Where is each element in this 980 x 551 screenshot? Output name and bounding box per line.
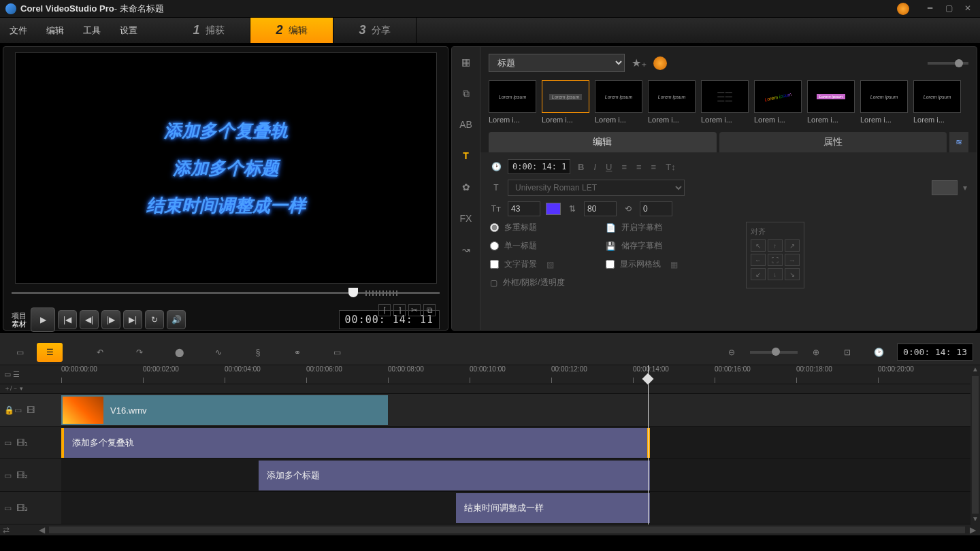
zoom-in-button[interactable]: ⊕ <box>803 343 829 362</box>
volume-button[interactable]: 🔊 <box>167 310 186 329</box>
align-left-button[interactable]: ≡ <box>619 162 629 172</box>
track-header-controls[interactable]: ▭ ☰ <box>0 365 61 384</box>
overlay-track-3[interactable]: 结束时间调整成一样 <box>61 492 970 524</box>
fit-project-button[interactable]: ⊡ <box>834 343 860 362</box>
outline-shadow-button[interactable]: ▢外框/阴影/透明度 <box>490 277 565 288</box>
font-select[interactable]: University Roman LET <box>508 180 685 196</box>
panel-grip[interactable] <box>0 334 980 339</box>
mode-label[interactable]: 项目素材 <box>12 312 27 328</box>
title-preset[interactable]: Lorem ipsumLorem i... <box>542 80 589 124</box>
step-edit[interactable]: 2编辑 <box>250 18 333 43</box>
filter-tab-icon[interactable]: FX <box>457 209 476 228</box>
go-end-button[interactable]: ▶| <box>123 310 142 329</box>
title-clip-2[interactable]: 添加多个标题 <box>259 461 650 490</box>
title-tab-icon[interactable]: T <box>457 146 476 165</box>
overlay-track-1[interactable]: 添加多个复叠轨 <box>61 427 970 459</box>
align-right-button[interactable]: ≡ <box>649 162 659 172</box>
timeline-ruler[interactable]: 00:00:00:00 00:00:02:00 00:00:04:00 00:0… <box>61 365 970 384</box>
save-subtitle-button[interactable]: 💾储存字幕档 <box>606 240 678 252</box>
guide-ball-icon[interactable] <box>653 56 667 70</box>
tab-edit[interactable]: 编辑 <box>489 132 717 152</box>
minimize-button[interactable]: ━ <box>923 3 936 14</box>
redo-button[interactable]: ↷ <box>127 343 152 362</box>
align-center-button[interactable]: ≡ <box>634 162 644 172</box>
prev-frame-button[interactable]: ◀| <box>80 310 99 329</box>
title-preset[interactable]: Lorem ipsumLorem i... <box>489 80 536 124</box>
overlay-track-3-header[interactable]: ▭ 🎞₃ <box>0 492 61 524</box>
play-button[interactable]: ▶ <box>31 307 55 332</box>
repeat-button[interactable]: ↻ <box>145 310 164 329</box>
step-share[interactable]: 3分享 <box>333 18 416 43</box>
go-start-button[interactable]: |◀ <box>58 310 77 329</box>
video-track-header[interactable]: 🔒▭ 🎞 <box>0 394 61 427</box>
step-capture[interactable]: 1捕获 <box>167 18 250 43</box>
align-ml[interactable]: ← <box>751 254 766 266</box>
align-tr[interactable]: ↗ <box>785 239 800 252</box>
align-bl[interactable]: ↙ <box>751 268 766 280</box>
mark-out-button[interactable]: ⌉ <box>393 304 406 316</box>
align-br[interactable]: ↘ <box>785 268 800 280</box>
graphic-tab-icon[interactable]: ✿ <box>457 178 476 197</box>
rotate-field[interactable] <box>640 201 672 216</box>
align-bc[interactable]: ↓ <box>768 268 783 280</box>
path-tab-icon[interactable]: ↝ <box>457 240 476 259</box>
scrub-thumb[interactable] <box>348 288 358 297</box>
align-mc[interactable]: ⛶ <box>768 254 783 266</box>
title-preset[interactable]: Lorem ipsumLorem i... <box>807 80 855 124</box>
single-title-radio[interactable]: 单一标题 <box>490 240 565 252</box>
align-tl[interactable]: ↖ <box>751 239 766 252</box>
timeline-view-button[interactable]: ☰ <box>37 343 63 362</box>
vertical-text-button[interactable]: T↕ <box>664 162 677 172</box>
guide-badge-icon[interactable] <box>897 3 909 15</box>
zoom-slider[interactable] <box>750 351 798 354</box>
text-bg-check[interactable]: 文字背景▧ <box>490 258 565 270</box>
category-select[interactable]: 标题 <box>489 54 625 72</box>
close-button[interactable]: ✕ <box>961 3 975 14</box>
track-manager-button[interactable]: ⚭ <box>284 343 310 362</box>
timeline-hscroll[interactable]: ⇄ ◀▶ <box>0 524 980 535</box>
font-size-field[interactable] <box>508 201 540 216</box>
multi-title-radio[interactable]: 多重标题 <box>490 222 565 233</box>
overlay-track-2-header[interactable]: ▭ 🎞₂ <box>0 459 61 492</box>
overlay-track-2[interactable]: 添加多个标题 <box>61 459 970 492</box>
timeline-timecode[interactable]: 0:00: 14: 13 <box>897 344 973 361</box>
timeline-tracks[interactable]: 00:00:00:00 00:00:02:00 00:00:04:00 00:0… <box>61 365 970 524</box>
chapter-button[interactable]: ▭ <box>324 343 350 362</box>
thumb-size-slider[interactable] <box>928 62 968 65</box>
undo-button[interactable]: ↶ <box>87 343 113 362</box>
title-preset[interactable]: Lorem ipsumLorem i... <box>860 80 908 124</box>
auto-music-button[interactable]: § <box>245 343 271 362</box>
menu-file[interactable]: 文件 <box>0 18 37 44</box>
enlarge-button[interactable]: ⧉ <box>423 304 436 316</box>
menu-tools[interactable]: 工具 <box>74 18 110 44</box>
timeline-vscroll[interactable]: ▲▼ <box>970 365 980 524</box>
title-preset[interactable]: Lorem ipsumLorem i... <box>913 80 961 124</box>
next-frame-button[interactable]: |▶ <box>101 310 120 329</box>
title-preset[interactable]: —— ———— ———— ——Lorem i... <box>701 80 749 124</box>
align-tc[interactable]: ↑ <box>768 239 783 252</box>
underline-button[interactable]: U <box>604 162 614 172</box>
cut-button[interactable]: ✂ <box>408 304 421 316</box>
show-grid-check[interactable]: 显示网格线▦ <box>606 258 678 270</box>
preview-viewport[interactable]: 添加多个复叠轨 添加多个标题 结束时间调整成一样 <box>15 52 437 284</box>
zoom-out-button[interactable]: ⊖ <box>719 343 745 362</box>
title-clip-3[interactable]: 结束时间调整成一样 <box>456 493 650 523</box>
title-preset[interactable]: Lorem ipsumLorem i... <box>754 80 802 124</box>
font-color-swatch[interactable] <box>546 203 561 215</box>
playhead[interactable] <box>648 365 649 524</box>
record-button[interactable]: ⬤ <box>166 343 192 362</box>
transition-tab-icon[interactable]: ⧉ <box>457 84 476 103</box>
color-picker[interactable] <box>932 180 958 195</box>
tab-attributes[interactable]: 属性 <box>719 132 947 152</box>
menu-edit[interactable]: 编辑 <box>37 18 74 44</box>
mark-in-button[interactable]: ⌈ <box>378 304 391 316</box>
video-clip[interactable]: V16.wmv <box>61 395 388 425</box>
bold-button[interactable]: B <box>576 162 586 172</box>
storyboard-view-button[interactable]: ▭ <box>7 343 33 362</box>
audio-mixer-button[interactable]: ∿ <box>206 343 231 362</box>
duration-field[interactable] <box>508 159 570 174</box>
video-track[interactable]: V16.wmv <box>61 394 970 427</box>
open-subtitle-button[interactable]: 📄开启字幕档 <box>606 222 678 233</box>
leading-field[interactable] <box>584 201 617 216</box>
title-clip-1[interactable]: 添加多个复叠轨 <box>61 428 650 458</box>
